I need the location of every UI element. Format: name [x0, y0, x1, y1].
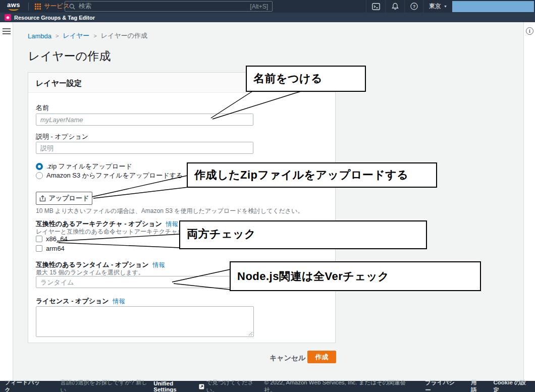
top-navigation-bar: aws サービス 検索 [Alt+S]: [0, 0, 535, 13]
checkbox-x86_64-label: x86_64: [46, 235, 68, 243]
cookie-settings-link[interactable]: Cookie の設定: [493, 379, 531, 392]
runtimes-label-text: 互換性のあるランタイム - オプション: [36, 261, 149, 268]
panel-header-title: レイヤー設定: [36, 79, 82, 88]
checkbox-arm64[interactable]: arm64: [36, 245, 65, 252]
breadcrumb-chevron-icon: >: [56, 33, 59, 39]
radio-unselected-icon: [36, 172, 43, 179]
create-button[interactable]: 作成: [307, 351, 336, 363]
radio-zip-label: .zip ファイルをアップロード: [46, 162, 132, 171]
search-icon: [69, 4, 75, 10]
favorites-bar: ◉ Resource Groups & Tag Editor: [0, 13, 535, 22]
annotation-name: 名前をつける: [246, 66, 366, 92]
checkbox-arm64-label: arm64: [46, 245, 65, 252]
language-hint-post: で見つけてください。: [206, 379, 264, 392]
aws-logo[interactable]: aws: [5, 2, 22, 11]
breadcrumb-current: レイヤーの作成: [101, 31, 147, 40]
upload-button-label: アップロード: [49, 194, 89, 203]
footer-bar: フィードバック 言語の選択をお探しですか? 新しい Unified Settin…: [0, 381, 535, 392]
radio-upload-zip[interactable]: .zip ファイルをアップロード: [36, 162, 132, 171]
language-hint-pre: 言語の選択をお探しですか? 新しい: [60, 379, 151, 392]
breadcrumb-layers[interactable]: レイヤー: [63, 31, 89, 40]
layer-settings-panel: レイヤー設定 名前 説明 - オプション .zip ファイルをアップロード Am…: [28, 72, 336, 343]
copyright-text: © 2022, Amazon Web Services, Inc. またはその関…: [264, 379, 414, 392]
terms-link[interactable]: 用語: [471, 379, 482, 392]
nav-right-group: ? 東京 ▼: [366, 0, 535, 13]
resize-handle-icon[interactable]: [248, 331, 253, 336]
info-panel-icon[interactable]: i: [526, 27, 533, 35]
radio-selected-icon: [36, 163, 43, 170]
search-shortcut: [Alt+S]: [250, 3, 268, 10]
upload-button[interactable]: アップロード: [36, 192, 92, 205]
external-link-icon: [199, 384, 204, 389]
name-label: 名前: [36, 103, 49, 113]
architectures-label-text: 互換性のあるアーキテクチャ - オプション: [36, 220, 162, 228]
resource-groups-icon: ◉: [5, 14, 11, 21]
search-placeholder: 検索: [79, 2, 91, 11]
right-help-panel-collapsed: i: [523, 22, 535, 381]
help-icon: ?: [410, 3, 418, 10]
region-caret-icon: ▼: [444, 5, 447, 8]
radio-s3-label: Amazon S3 からファイルをアップロードする: [46, 171, 183, 180]
search-input[interactable]: 検索 [Alt+S]: [65, 1, 273, 12]
feedback-link[interactable]: フィードバック: [5, 379, 45, 392]
notifications-button[interactable]: [385, 0, 404, 13]
nav-divider: [28, 3, 29, 11]
aws-logo-smile: [9, 7, 19, 11]
checkbox-icon: [36, 236, 42, 242]
unified-settings-link[interactable]: Unified Settings: [153, 380, 197, 392]
breadcrumb-lambda[interactable]: Lambda: [28, 32, 51, 40]
checkbox-icon: [36, 245, 42, 252]
license-info-link[interactable]: 情報: [113, 298, 125, 305]
architectures-info-link[interactable]: 情報: [166, 220, 178, 228]
upload-help-text: 10 MB より大きいファイルの場合は、Amazon S3 を使用したアップロー…: [36, 207, 303, 215]
description-input[interactable]: [36, 142, 253, 154]
region-selector[interactable]: 東京 ▼: [423, 0, 452, 13]
runtimes-info-link[interactable]: 情報: [153, 261, 165, 268]
runtime-select-input[interactable]: [36, 276, 253, 288]
cancel-button[interactable]: キャンセル: [270, 354, 306, 363]
annotation-zip-upload: 作成したZipファイルをアップロードする: [187, 162, 437, 188]
services-grid-icon: [35, 4, 41, 10]
help-button[interactable]: ?: [404, 0, 423, 13]
account-name-redacted[interactable]: [452, 1, 534, 12]
aws-console-page: aws サービス 検索 [Alt+S]: [0, 0, 535, 392]
resource-groups-link[interactable]: Resource Groups & Tag Editor: [14, 15, 95, 21]
hamburger-menu-icon[interactable]: [3, 28, 11, 34]
breadcrumb-chevron-icon: >: [93, 33, 96, 39]
left-sidebar-collapsed: [0, 22, 13, 381]
svg-text:?: ?: [413, 4, 415, 9]
bell-icon: [392, 3, 399, 10]
region-label: 東京: [429, 2, 441, 11]
annotation-check-both: 両方チェック: [179, 220, 427, 249]
privacy-link[interactable]: プライバシー: [425, 379, 460, 392]
license-label: ライセンス - オプション情報: [36, 297, 125, 306]
checkbox-x86_64[interactable]: x86_64: [36, 235, 68, 243]
license-textarea[interactable]: [36, 306, 254, 337]
upload-icon: [39, 195, 46, 202]
cloudshell-button[interactable]: [366, 0, 385, 13]
footer-right-group: © 2022, Amazon Web Services, Inc. またはその関…: [264, 379, 531, 392]
license-label-text: ライセンス - オプション: [36, 297, 109, 305]
breadcrumb: Lambda > レイヤー > レイヤーの作成: [28, 31, 147, 40]
cloudshell-icon: [372, 3, 380, 10]
page-title: レイヤーの作成: [28, 48, 111, 64]
annotation-nodejs: Node.js関連は全Verチェック: [230, 261, 481, 291]
description-label: 説明 - オプション: [36, 132, 88, 141]
layer-name-input[interactable]: [36, 114, 253, 126]
language-hint: 言語の選択をお探しですか? 新しい Unified Settings で見つけて…: [60, 379, 264, 392]
radio-upload-s3[interactable]: Amazon S3 からファイルをアップロードする: [36, 171, 183, 180]
